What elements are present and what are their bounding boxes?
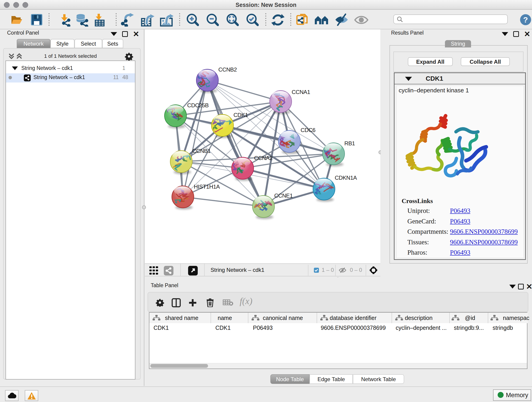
svg-text:CCNE1: CCNE1: [274, 192, 293, 199]
svg-text:CDK1: CDK1: [234, 112, 248, 118]
svg-text:CCNA2: CCNA2: [254, 155, 273, 161]
svg-text:CDKN1A: CDKN1A: [335, 175, 357, 181]
svg-text:RB1: RB1: [344, 140, 355, 147]
svg-text:CCNB2: CCNB2: [218, 66, 237, 73]
svg-text:CDC6: CDC6: [301, 127, 316, 133]
svg-text:CDC25B: CDC25B: [187, 102, 209, 108]
svg-text:CCNB1: CCNB1: [192, 148, 211, 154]
svg-text:?: ?: [523, 15, 528, 24]
svg-text:HIST1H1A: HIST1H1A: [194, 184, 220, 190]
svg-text:CCNA1: CCNA1: [292, 89, 310, 95]
